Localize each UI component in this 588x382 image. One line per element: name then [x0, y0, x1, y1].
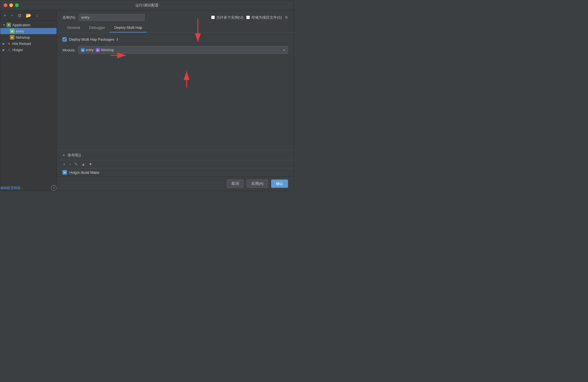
tab-general[interactable]: General: [62, 23, 85, 32]
hvigor-icon: ⋀: [7, 47, 11, 52]
pre-launch-toolbar: + − ✎ ▲ ▼: [57, 160, 294, 168]
sidebar-item-entry[interactable]: ▲ entry: [0, 28, 57, 34]
deploy-checkbox-row: Deploy Multi Hap Packages ℹ: [62, 37, 288, 42]
add-config-button[interactable]: +: [3, 12, 7, 19]
pre-launch-remove-button[interactable]: −: [68, 161, 72, 167]
sidebar-item-hotreload[interactable]: ▶ ⊕ Hot Reload: [0, 40, 57, 47]
expand-arrow-hvigor: ▶: [3, 48, 7, 51]
module-row: Module: ▤ entry ▤ hbhshop ▼: [62, 46, 288, 54]
allow-multiple-text: 允许多个实例(U): [216, 15, 243, 20]
pre-launch-add-button[interactable]: +: [62, 161, 66, 167]
close-button[interactable]: [4, 3, 7, 7]
sidebar-item-hbhshop[interactable]: ▲ hbhshop: [0, 34, 57, 40]
hbhshop-label: hbhshop: [16, 35, 30, 40]
save-to-file-text: 存储为项目文件(S): [251, 15, 282, 20]
folder-config-button[interactable]: 📂: [25, 12, 33, 19]
allow-multiple-checkbox[interactable]: [211, 16, 215, 19]
expand-arrow-application: ▼: [3, 23, 7, 27]
pre-launch-header[interactable]: ▼ 发布前(): [57, 150, 294, 160]
application-icon: A: [7, 23, 11, 27]
sidebar-item-application[interactable]: ▼ A Application: [0, 22, 57, 28]
deploy-multi-hap-checkbox[interactable]: [62, 37, 67, 42]
hvigor-build-icon: H: [62, 170, 67, 175]
hotreload-label: Hot Reload: [12, 42, 31, 46]
pre-launch-item-hvigor: H Hvigor-Build Make: [57, 168, 294, 176]
expand-arrow-hotreload: ▶: [3, 42, 7, 45]
settings-gear-icon[interactable]: ⚙: [285, 15, 288, 19]
traffic-lights: [4, 3, 19, 7]
cancel-button[interactable]: 取消: [227, 179, 244, 188]
tab-debugger[interactable]: Debugger: [85, 23, 110, 32]
hotreload-icon: ⊕: [7, 41, 11, 46]
name-label: 名称(N):: [62, 15, 76, 20]
tabs-row: General Debugger Deploy Multi Hap: [57, 23, 294, 32]
sidebar: + − ⧉ 📂 ↕ ▼ A Application ▲ entry: [0, 10, 57, 191]
main-window: 运行/调试配置 + − ⧉ 📂 ↕ ▼ A Application: [0, 0, 294, 191]
hvigor-label: Hvigor: [12, 48, 23, 52]
right-panel: 名称(N): 允许多个实例(U) 存储为项目文件(S) ⚙ General De…: [57, 10, 294, 191]
apply-button[interactable]: 应用(A): [247, 179, 268, 188]
sidebar-item-hvigor[interactable]: ▶ ⋀ Hvigor: [0, 47, 57, 53]
module-tag-hbhshop: ▤ hbhshop: [96, 48, 114, 52]
window-title: 运行/调试配置: [135, 3, 159, 8]
bottom-section: ▼ 发布前() + − ✎ ▲ ▼ H Hvigor-Build Make: [57, 150, 294, 176]
confirm-button[interactable]: 确认: [271, 179, 288, 188]
entry-label: entry: [16, 29, 24, 33]
copy-config-button[interactable]: ⧉: [17, 12, 22, 19]
panel-content: Deploy Multi Hap Packages ℹ Module: ▤ en…: [57, 32, 294, 150]
module-tag-hbhshop-icon: ▤: [96, 48, 100, 52]
sidebar-footer: 编辑配置模板... ?: [0, 185, 57, 191]
pre-launch-edit-button[interactable]: ✎: [74, 161, 78, 167]
maximize-button[interactable]: [15, 3, 19, 7]
hbhshop-icon: ▲: [10, 35, 14, 40]
pre-launch-title: 发布前(): [68, 153, 81, 158]
module-tag-entry: ▤ entry: [81, 48, 94, 52]
save-to-file-checkbox[interactable]: [246, 16, 250, 19]
edit-templates-link[interactable]: 编辑配置模板...: [0, 186, 23, 190]
module-tag-entry-label: entry: [86, 48, 94, 52]
save-to-file-label[interactable]: 存储为项目文件(S): [246, 15, 282, 20]
entry-icon: ▲: [10, 29, 14, 33]
main-content: + − ⧉ 📂 ↕ ▼ A Application ▲ entry: [0, 10, 294, 191]
name-input[interactable]: [79, 14, 145, 21]
module-dropdown-arrow-icon: ▼: [283, 49, 286, 52]
help-button[interactable]: ?: [51, 185, 57, 191]
minimize-button[interactable]: [9, 3, 13, 7]
sidebar-tree: ▼ A Application ▲ entry ▲ hbhshop: [0, 21, 57, 185]
hvigor-build-label: Hvigor-Build Make: [69, 170, 99, 175]
module-tag-hbhshop-label: hbhshop: [101, 48, 114, 52]
module-select[interactable]: ▤ entry ▤ hbhshop ▼: [78, 46, 288, 54]
tab-deploy-multi-hap[interactable]: Deploy Multi Hap: [110, 23, 147, 32]
titlebar: 运行/调试配置: [0, 0, 294, 10]
deploy-multi-hap-label: Deploy Multi Hap Packages: [69, 37, 114, 42]
footer: 取消 应用(A) 确认: [57, 176, 294, 191]
pre-launch-up-button[interactable]: ▲: [81, 161, 86, 167]
module-label: Module:: [62, 48, 75, 52]
application-label: Application: [12, 23, 31, 27]
allow-multiple-label[interactable]: 允许多个实例(U): [211, 15, 243, 20]
remove-config-button[interactable]: −: [10, 12, 14, 19]
pre-launch-arrow-icon: ▼: [62, 154, 65, 157]
module-tag-entry-icon: ▤: [81, 48, 85, 52]
sort-config-button[interactable]: ↕: [35, 12, 39, 19]
sidebar-toolbar: + − ⧉ 📂 ↕: [0, 10, 57, 21]
info-icon[interactable]: ℹ: [116, 37, 118, 42]
pre-launch-down-button[interactable]: ▼: [88, 161, 93, 167]
